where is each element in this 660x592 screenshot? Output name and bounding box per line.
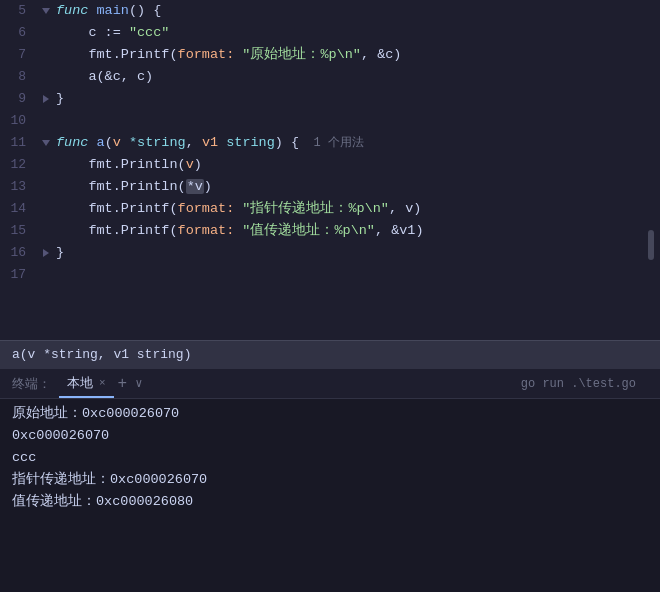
token: fmt.Printf( — [56, 223, 178, 238]
code-content: fmt.Printf(format: "值传递地址：%p\n", &v1) — [56, 220, 660, 242]
token: a — [97, 135, 105, 150]
terminal-output-line: 原始地址：0xc000026070 — [12, 403, 648, 425]
code-line: 16} — [0, 242, 660, 264]
code-line: 9} — [0, 88, 660, 110]
token: format: — [178, 47, 235, 62]
line-number: 10 — [0, 110, 36, 132]
token: func — [56, 3, 97, 18]
terminal-label: 终端： — [4, 375, 59, 393]
fold-open-icon[interactable] — [42, 8, 50, 14]
code-content: c := "ccc" — [56, 22, 660, 44]
token: format: — [178, 223, 235, 238]
token: "指针传递地址：%p\n" — [242, 201, 389, 216]
token: ( — [105, 135, 113, 150]
terminal-command: go run .\test.go — [521, 377, 636, 391]
terminal-tab-local-label: 本地 — [67, 374, 93, 392]
token: 1 个用法 — [299, 136, 364, 150]
line-number: 15 — [0, 220, 36, 242]
token: () { — [129, 3, 161, 18]
line-number: 16 — [0, 242, 36, 264]
token: fmt.Println( — [56, 179, 186, 194]
line-number: 11 — [0, 132, 36, 154]
terminal-output-line: 指针传递地址：0xc000026070 — [12, 469, 648, 491]
code-content: fmt.Println(v) — [56, 154, 660, 176]
code-editor[interactable]: 5func main() {6 c := "ccc"7 fmt.Printf(f… — [0, 0, 660, 340]
fold-closed-icon[interactable] — [43, 249, 49, 257]
terminal-output: 原始地址：0xc0000260700xc000026070ccc指针传递地址：0… — [0, 399, 660, 517]
token: *v — [186, 179, 204, 194]
terminal-output-line: ccc — [12, 447, 648, 469]
code-content: } — [56, 88, 660, 110]
token: fmt.Printf( — [56, 201, 178, 216]
code-line: 10 — [0, 110, 660, 132]
terminal-tab-close[interactable]: × — [99, 377, 106, 389]
terminal-tabs: 终端： 本地 × + ∨ go run .\test.go — [0, 369, 660, 399]
token: "原始地址：%p\n" — [242, 47, 361, 62]
terminal-output-line: 值传递地址：0xc000026080 — [12, 491, 648, 513]
token: func — [56, 135, 97, 150]
line-number: 12 — [0, 154, 36, 176]
line-number: 6 — [0, 22, 36, 44]
line-number: 7 — [0, 44, 36, 66]
token: "值传递地址：%p\n" — [242, 223, 375, 238]
code-line: 15 fmt.Printf(format: "值传递地址：%p\n", &v1) — [0, 220, 660, 242]
code-line: 7 fmt.Printf(format: "原始地址：%p\n", &c) — [0, 44, 660, 66]
token: v — [186, 157, 194, 172]
token: ) — [194, 157, 202, 172]
token: , v) — [389, 201, 421, 216]
scrollbar[interactable] — [648, 230, 654, 260]
line-gutter — [36, 249, 56, 257]
code-line: 6 c := "ccc" — [0, 22, 660, 44]
token: a(&c, c) — [56, 69, 153, 84]
token: } — [56, 245, 64, 260]
code-content: fmt.Printf(format: "原始地址：%p\n", &c) — [56, 44, 660, 66]
code-line: 5func main() { — [0, 0, 660, 22]
code-line: 8 a(&c, c) — [0, 66, 660, 88]
terminal-area[interactable]: 终端： 本地 × + ∨ go run .\test.go 原始地址：0xc00… — [0, 368, 660, 592]
line-number: 14 — [0, 198, 36, 220]
code-line: 11func a(v *string, v1 string) { 1 个用法 — [0, 132, 660, 154]
token: format: — [178, 201, 235, 216]
token: fmt.Printf( — [56, 47, 178, 62]
token: fmt.Println( — [56, 157, 186, 172]
token: c := — [56, 25, 129, 40]
terminal-add-tab[interactable]: + — [114, 375, 132, 393]
token: ) { — [275, 135, 299, 150]
code-line: 12 fmt.Println(v) — [0, 154, 660, 176]
token: "ccc" — [129, 25, 170, 40]
terminal-tab-local[interactable]: 本地 × — [59, 369, 114, 398]
terminal-output-line: 0xc000026070 — [12, 425, 648, 447]
line-gutter — [36, 8, 56, 14]
line-gutter — [36, 95, 56, 103]
line-number: 5 — [0, 0, 36, 22]
fold-open-icon[interactable] — [42, 140, 50, 146]
code-line: 14 fmt.Printf(format: "指针传递地址：%p\n", v) — [0, 198, 660, 220]
token: , &c) — [361, 47, 402, 62]
token: main — [97, 3, 129, 18]
code-content: a(&c, c) — [56, 66, 660, 88]
tooltip-text: a(v *string, v1 string) — [12, 347, 191, 362]
code-content: } — [56, 242, 660, 264]
token: *string — [129, 135, 186, 150]
token: string — [226, 135, 275, 150]
terminal-dropdown[interactable]: ∨ — [131, 376, 146, 391]
fold-closed-icon[interactable] — [43, 95, 49, 103]
line-number: 8 — [0, 66, 36, 88]
line-number: 17 — [0, 264, 36, 286]
token — [218, 135, 226, 150]
token: ) — [204, 179, 212, 194]
code-line: 13 fmt.Println(*v) — [0, 176, 660, 198]
token: } — [56, 91, 64, 106]
token: v1 — [202, 135, 218, 150]
token: , &v1) — [375, 223, 424, 238]
line-number: 9 — [0, 88, 36, 110]
code-content: func a(v *string, v1 string) { 1 个用法 — [56, 132, 660, 154]
token: v — [113, 135, 121, 150]
status-tooltip: a(v *string, v1 string) — [0, 340, 660, 368]
line-number: 13 — [0, 176, 36, 198]
line-gutter — [36, 140, 56, 146]
code-line: 17 — [0, 264, 660, 286]
code-content: fmt.Printf(format: "指针传递地址：%p\n", v) — [56, 198, 660, 220]
code-content: fmt.Println(*v) — [56, 176, 660, 198]
code-lines: 5func main() {6 c := "ccc"7 fmt.Printf(f… — [0, 0, 660, 286]
